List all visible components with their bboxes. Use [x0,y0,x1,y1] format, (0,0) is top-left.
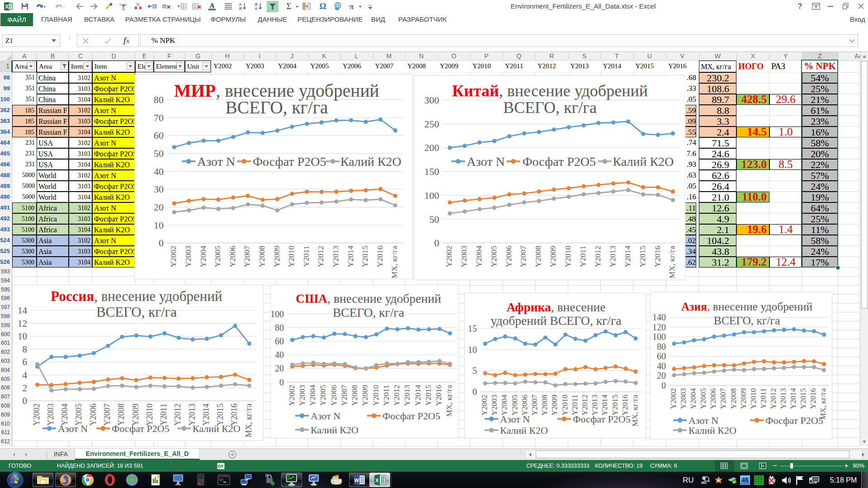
svg-text:Y2013: Y2013 [590,394,599,415]
svg-text:Y2003: Y2003 [490,394,499,415]
svg-text:Y2012: Y2012 [316,246,325,267]
svg-text:Y2008: Y2008 [533,245,542,267]
svg-text:Y2016: Y2016 [434,385,443,406]
svg-text:5: 5 [472,366,477,375]
svg-text:30: 30 [154,183,164,195]
svg-text:50: 50 [429,214,439,225]
svg-text:Y2002: Y2002 [480,394,489,415]
svg-text:10: 10 [154,220,164,231]
svg-text:Y2016: Y2016 [375,245,384,267]
svg-text:Калий К2О: Калий К2О [311,424,359,436]
svg-text:40: 40 [154,166,164,177]
svg-text:Y2014: Y2014 [789,388,797,409]
svg-text:Y2005: Y2005 [213,245,222,267]
svg-text:70: 70 [154,112,164,123]
svg-text:Y2010: Y2010 [287,245,296,267]
svg-text:Y2005: Y2005 [319,385,327,406]
svg-text:Китай, внесение удобрений: Китай, внесение удобрений [452,82,648,100]
svg-text:2: 2 [23,383,28,394]
svg-text:0: 0 [661,380,666,390]
svg-text:Y2007: Y2007 [719,388,728,409]
svg-text:20: 20 [275,363,284,373]
svg-text:Y2003: Y2003 [459,245,468,267]
svg-text:Y2015: Y2015 [799,388,807,409]
svg-text:Y2014: Y2014 [623,245,632,267]
svg-text:Y2007: Y2007 [242,245,251,267]
svg-text:250: 250 [424,118,439,130]
svg-text:15: 15 [468,324,477,333]
svg-text:40: 40 [275,350,284,360]
svg-text:Y2013: Y2013 [331,245,340,267]
svg-text:Y2011: Y2011 [759,388,768,409]
svg-text:Y2007: Y2007 [530,394,539,416]
svg-text:50: 50 [154,148,164,159]
svg-text:8: 8 [23,344,28,355]
svg-text:ВСЕГО, кг/га: ВСЕГО, кг/га [96,304,177,320]
svg-text:Y2008: Y2008 [540,394,549,415]
svg-text:Фосфат P2O5: Фосфат P2O5 [765,415,823,426]
svg-text:Фосфат P2O5: Фосфат P2O5 [522,155,595,169]
svg-text:12: 12 [18,318,27,329]
svg-text:60: 60 [275,336,284,346]
svg-text:Y2003: Y2003 [679,388,688,409]
svg-text:ВСЕГО, кг/га: ВСЕГО, кг/га [503,99,597,117]
svg-text:0: 0 [472,387,477,397]
svg-text:14: 14 [18,305,28,316]
svg-text:20: 20 [657,371,666,380]
svg-text:150: 150 [424,166,439,177]
svg-text:Y2005: Y2005 [489,245,498,267]
svg-text:Y2006: Y2006 [504,245,513,267]
svg-text:4: 4 [23,370,28,380]
svg-text:Y2013: Y2013 [403,385,411,406]
svg-text:МХ, кг/га: МХ, кг/га [667,245,676,278]
svg-text:Y2010: Y2010 [563,245,572,267]
svg-text:Y2016: Y2016 [652,245,661,267]
svg-text:Y2002: Y2002 [444,246,453,267]
svg-text:Y2002: Y2002 [169,246,178,267]
svg-text:80: 80 [275,323,284,333]
svg-text:Y2008: Y2008 [350,385,359,406]
svg-text:Азот N: Азот N [311,410,340,422]
svg-text:Y2010: Y2010 [372,385,380,406]
svg-text:Y2016: Y2016 [621,394,629,415]
svg-text:Y2015: Y2015 [611,394,619,415]
svg-text:Y2010: Y2010 [561,394,569,415]
svg-text:Y2003: Y2003 [46,404,55,426]
svg-text:Y2009: Y2009 [272,245,281,267]
svg-text:Y2006: Y2006 [228,245,237,267]
svg-text:ВСЕГО, кг/га: ВСЕГО, кг/га [333,305,404,319]
svg-text:Азот N: Азот N [58,423,88,434]
svg-text:300: 300 [424,94,439,106]
svg-text:МХ, кг/га: МХ, кг/га [244,404,253,437]
svg-text:ВСЕГО, кг/га: ВСЕГО, кг/га [714,314,780,327]
svg-text:100: 100 [424,190,439,201]
svg-text:X: X [375,478,379,483]
svg-text:Y2011: Y2011 [571,394,579,415]
svg-text:120: 120 [652,322,666,332]
svg-text:Y2014: Y2014 [600,394,609,416]
svg-text:Y2016: Y2016 [809,388,817,409]
svg-text:Азот N: Азот N [500,413,530,425]
svg-text:Y2012: Y2012 [580,394,589,415]
svg-text:Y2011: Y2011 [302,246,311,267]
svg-text:Y2002: Y2002 [288,385,296,406]
svg-text:60: 60 [154,130,164,141]
svg-text:Y2009: Y2009 [548,245,557,267]
svg-text:C:\: C:\ [219,478,223,481]
svg-text:Африка, внесение: Африка, внесение [507,300,606,314]
svg-text:Y2005: Y2005 [699,388,708,409]
svg-text:Y2009: Y2009 [739,388,748,409]
svg-text:20: 20 [154,202,164,213]
svg-text:ВСЕГО, кг/га: ВСЕГО, кг/га [225,98,328,117]
svg-text:Фосфат P2O5: Фосфат P2O5 [382,410,440,422]
svg-text:a: a [717,479,720,483]
svg-text:Y2006: Y2006 [709,388,717,409]
svg-text:Y2002: Y2002 [32,404,41,426]
svg-text:Y2004: Y2004 [198,245,208,267]
svg-text:Калий К2О: Калий К2О [613,155,674,169]
svg-text:Азот N: Азот N [467,155,505,169]
svg-text:Азот N: Азот N [197,155,235,169]
svg-text:Калий К2О: Калий К2О [500,425,548,436]
svg-text:0: 0 [434,237,439,249]
svg-text:Y2009: Y2009 [550,394,559,415]
